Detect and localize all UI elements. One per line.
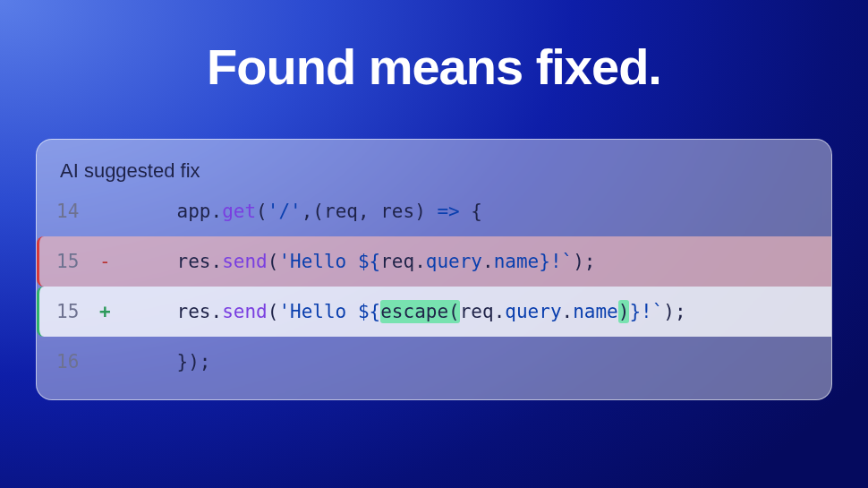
inline-change-highlight: escape( — [380, 300, 460, 323]
line-number: 14 — [56, 202, 99, 221]
diff-block: 14 app.get('/',(req, res) => {15- res.se… — [37, 186, 831, 387]
line-number: 16 — [56, 353, 99, 372]
inline-change-highlight: ) — [618, 300, 630, 323]
diff-line-added: 15+ res.send('Hello ${escape(req.query.n… — [37, 287, 831, 337]
code-content: app.get('/',(req, res) => { — [132, 202, 482, 221]
code-content: res.send('Hello ${req.query.name}!`); — [132, 253, 595, 271]
diff-line-ctx: 14 app.get('/',(req, res) => { — [37, 186, 831, 236]
card-title: AI suggested fix — [37, 159, 831, 186]
headline: Found means fixed. — [0, 38, 868, 96]
suggestion-card: AI suggested fix 14 app.get('/',(req, re… — [36, 139, 832, 400]
minus-icon: - — [99, 253, 132, 271]
code-content: }); — [132, 353, 211, 372]
code-content: res.send('Hello ${escape(req.query.name)… — [132, 303, 686, 321]
diff-line-deleted: 15- res.send('Hello ${req.query.name}!`)… — [37, 236, 831, 287]
line-number: 15 — [56, 303, 99, 321]
line-number: 15 — [56, 253, 99, 271]
diff-line-ctx: 16 }); — [37, 337, 831, 387]
plus-icon: + — [99, 303, 132, 321]
